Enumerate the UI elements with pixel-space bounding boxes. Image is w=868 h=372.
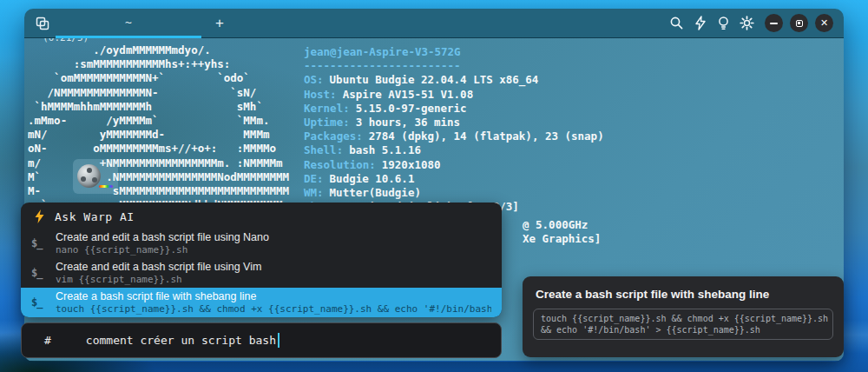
info-line-uptime: Uptime:3 hours, 36 mins xyxy=(304,116,604,130)
lightning-icon[interactable] xyxy=(694,16,707,30)
text-caret xyxy=(278,333,279,348)
lightbulb-icon[interactable] xyxy=(717,16,730,30)
info-line-host: Host:Aspire AV15-51 V1.08 xyxy=(304,88,604,102)
suggestion-command: vim {{script_name}}.sh xyxy=(56,274,491,285)
suggestion-command: nano {{script_name}}.sh xyxy=(56,244,491,256)
suggestion-vim[interactable]: $_ Create and edit a bash script file us… xyxy=(21,258,502,288)
terminal-prompt-icon: $_ xyxy=(31,267,47,279)
bookmarks-icon[interactable] xyxy=(35,16,50,31)
ask-warp-ai-label: Ask Warp AI xyxy=(55,210,135,223)
ai-suggestions-popup: Ask Warp AI $_ Create and edit a bash sc… xyxy=(21,203,502,317)
detail-command-box: touch {{script_name}}.sh && chmod +x {{s… xyxy=(533,309,833,340)
suggestion-command: touch {{script_name}}.sh && chmod +x {{s… xyxy=(56,303,491,315)
ascii-logo: ./oydmMMMMMMmdyo/. :smMMMMMMMMMMMhs+:++y… xyxy=(28,43,304,214)
suggestion-title: Create and edit a bash script file using… xyxy=(56,261,491,274)
search-icon[interactable] xyxy=(669,16,684,30)
warp-ai-bolt-icon xyxy=(34,209,45,223)
suggestion-title: Create a bash script file with shebang l… xyxy=(56,290,491,303)
ask-warp-ai-item[interactable]: Ask Warp AI xyxy=(21,203,502,229)
terminal-prompt-icon: $_ xyxy=(31,237,47,249)
detail-title: Create a bash script file with shebang l… xyxy=(523,276,844,309)
tab-home[interactable]: ~ xyxy=(56,9,201,38)
info-line-os: OS:Ubuntu Budgie 22.04.4 LTS x86_64 xyxy=(304,73,604,87)
new-tab-button[interactable]: + xyxy=(215,16,224,30)
tab-bar: ~ + xyxy=(24,9,844,38)
suggestion-shebang-selected[interactable]: $_ Create a bash script file with sheban… xyxy=(21,288,502,317)
info-line-wm: WM:Mutter(Budgie) xyxy=(304,186,604,200)
info-line-de: DE:Budgie 10.6.1 xyxy=(304,172,604,186)
neofetch-output: ./oydmMMMMMMmdyo/. :smMMMMMMMMMMMhs+:++y… xyxy=(28,43,604,214)
desktop: { "colors":{ "accent":"#2cbdf2","selecti… xyxy=(0,0,868,372)
info-line-shell: Shell:bash 5.1.16 xyxy=(304,143,604,157)
close-button[interactable]: ✕ xyxy=(815,14,833,32)
close-icon: ✕ xyxy=(820,18,828,28)
settings-gear-icon[interactable] xyxy=(740,16,754,30)
command-input[interactable]: #comment créer un script bash xyxy=(21,322,502,358)
maximize-icon xyxy=(796,20,803,27)
suggestion-nano[interactable]: $_ Create and edit a bash script file us… xyxy=(21,229,502,258)
suggestion-detail-panel: Create a bash script file with shebang l… xyxy=(523,276,844,357)
minimize-icon xyxy=(770,23,778,24)
command-input-text: comment créer un script bash xyxy=(86,334,276,347)
info-line-packages: Packages:2784 (dpkg), 14 (flatpak), 23 (… xyxy=(304,130,604,143)
suggestion-title: Create and edit a bash script file using… xyxy=(56,231,491,244)
separator-line: ------------------------ xyxy=(304,59,604,73)
tab-title: ~ xyxy=(125,16,132,29)
terminal-prompt-icon: $_ xyxy=(31,296,47,309)
maximize-button[interactable] xyxy=(790,14,808,32)
clipped-cpu-gpu-lines: @ 5.000GHz Xe Graphics] xyxy=(523,218,601,246)
info-line-kernel: Kernel:5.15.0-97-generic xyxy=(304,102,604,116)
info-line-resolution: Resolution:1920x1080 xyxy=(304,158,604,172)
host-line: jean@jean-Aspire-V3-572G xyxy=(304,45,604,59)
comment-hash: # xyxy=(44,334,51,347)
system-info: jean@jean-Aspire-V3-572G ---------------… xyxy=(304,43,604,214)
minimize-button[interactable] xyxy=(765,14,783,32)
